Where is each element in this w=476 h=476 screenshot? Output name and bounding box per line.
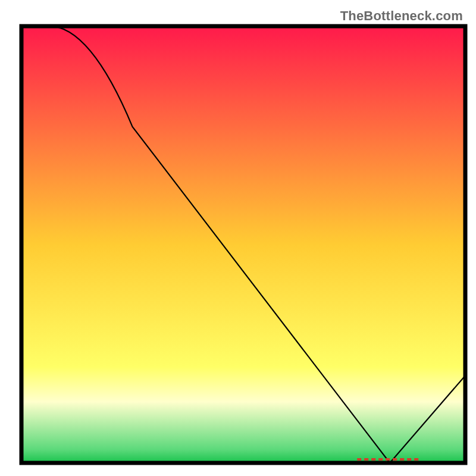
svg-rect-7 [407,458,411,461]
attribution-label: TheBottleneck.com [340,8,463,24]
svg-rect-3 [378,458,383,461]
svg-rect-4 [386,458,390,461]
bottleneck-chart [0,0,476,476]
svg-rect-8 [414,458,418,461]
svg-rect-0 [357,458,361,461]
svg-rect-1 [364,458,368,461]
svg-rect-6 [400,458,404,461]
svg-rect-2 [371,458,375,461]
plot-background [21,26,465,463]
chart-container: TheBottleneck.com [0,0,476,476]
svg-rect-5 [393,458,397,461]
minimum-marker [357,458,418,461]
